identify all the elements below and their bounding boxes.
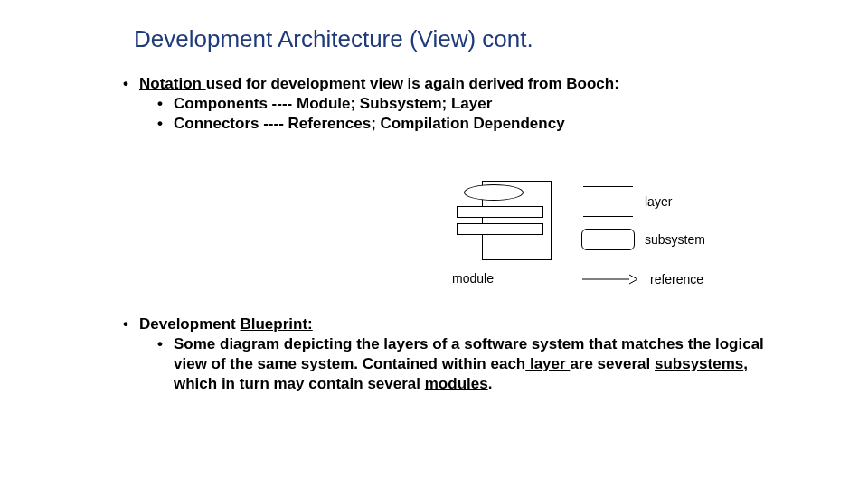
blueprint-underlined: Blueprint: [240, 315, 312, 333]
reference-arrow-icon [582, 271, 638, 287]
bullet-connectors: Connectors ---- References; Compilation … [157, 114, 796, 134]
layer-line-bottom [583, 216, 633, 217]
notation-diagram: module layer subsystem reference [447, 177, 754, 304]
module-label: module [452, 271, 494, 286]
body-part-2: are several [570, 355, 655, 372]
bullet-components: Components ---- Module; Subsystem; Layer [157, 94, 796, 114]
module-bar-2 [457, 223, 543, 235]
subsystem-box [581, 229, 635, 250]
layer-line-top [583, 186, 633, 187]
module-bar-1 [457, 206, 543, 218]
layer-underlined: layer [525, 355, 570, 372]
bullet-blueprint-body: Some diagram depicting the layers of a s… [157, 334, 787, 394]
subsystems-underlined: subsystems [655, 355, 743, 372]
modules-underlined: modules [425, 375, 488, 392]
notation-underlined: Notation [139, 75, 206, 92]
subsystem-label: subsystem [645, 232, 705, 247]
body-period: . [488, 375, 493, 392]
notation-rest: used for development view is again deriv… [206, 75, 619, 92]
slide-title: Development Architecture (View) cont. [134, 25, 533, 53]
bullet-notation: Notation used for development view is ag… [123, 74, 796, 94]
dev-text: Development [139, 315, 240, 333]
reference-label: reference [650, 272, 703, 286]
layer-label: layer [645, 194, 672, 209]
bullet-dev-blueprint: Development Blueprint: [123, 314, 787, 334]
module-ellipse [464, 184, 524, 201]
top-bullet-group: Notation used for development view is ag… [123, 74, 796, 134]
bottom-bullet-group: Development Blueprint: Some diagram depi… [123, 314, 787, 394]
